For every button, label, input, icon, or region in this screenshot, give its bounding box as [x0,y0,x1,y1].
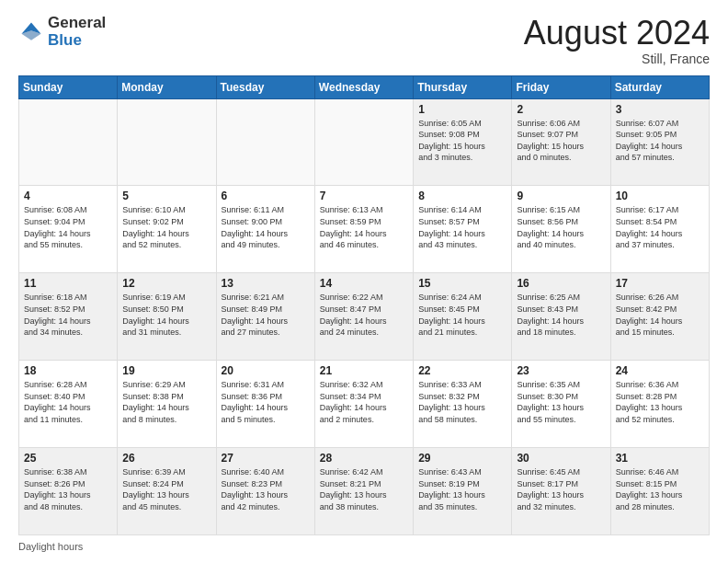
day-cell-2: 2Sunrise: 6:06 AM Sunset: 9:07 PM Daylig… [512,98,610,186]
day-cell-5: 5Sunrise: 6:10 AM Sunset: 9:02 PM Daylig… [118,186,216,273]
empty-cell [216,98,314,186]
day-number: 31 [616,452,704,465]
day-number: 10 [616,190,704,202]
day-cell-13: 13Sunrise: 6:21 AM Sunset: 8:49 PM Dayli… [216,273,314,361]
day-cell-22: 22Sunrise: 6:33 AM Sunset: 8:32 PM Dayli… [414,361,512,448]
col-header-thursday: Thursday [414,75,512,98]
footer: Daylight hours [18,541,710,552]
logo-text: General Blue [48,15,106,49]
day-info: Sunrise: 6:39 AM Sunset: 8:24 PM Dayligh… [122,466,210,512]
day-number: 5 [122,190,210,202]
day-info: Sunrise: 6:35 AM Sunset: 8:30 PM Dayligh… [517,379,605,425]
day-cell-20: 20Sunrise: 6:31 AM Sunset: 8:36 PM Dayli… [216,361,314,448]
day-info: Sunrise: 6:08 AM Sunset: 9:04 PM Dayligh… [24,204,112,250]
day-cell-4: 4Sunrise: 6:08 AM Sunset: 9:04 PM Daylig… [19,186,118,273]
day-number: 2 [517,103,605,116]
day-cell-24: 24Sunrise: 6:36 AM Sunset: 8:28 PM Dayli… [610,361,709,448]
col-header-friday: Friday [512,75,610,98]
day-number: 17 [616,277,704,290]
day-cell-26: 26Sunrise: 6:39 AM Sunset: 8:24 PM Dayli… [118,448,216,535]
day-number: 9 [517,190,605,202]
day-cell-8: 8Sunrise: 6:14 AM Sunset: 8:57 PM Daylig… [414,186,512,273]
empty-cell [314,98,413,186]
day-info: Sunrise: 6:28 AM Sunset: 8:40 PM Dayligh… [24,379,112,425]
day-info: Sunrise: 6:31 AM Sunset: 8:36 PM Dayligh… [222,379,310,425]
day-info: Sunrise: 6:24 AM Sunset: 8:45 PM Dayligh… [418,292,506,338]
empty-cell [118,98,216,186]
day-cell-3: 3Sunrise: 6:07 AM Sunset: 9:05 PM Daylig… [610,98,709,186]
day-info: Sunrise: 6:19 AM Sunset: 8:50 PM Dayligh… [122,292,210,338]
day-header-row: SundayMondayTuesdayWednesdayThursdayFrid… [19,75,710,98]
day-info: Sunrise: 6:25 AM Sunset: 8:43 PM Dayligh… [517,292,605,338]
day-number: 8 [418,190,506,202]
day-number: 26 [122,452,210,465]
day-number: 14 [320,277,408,290]
day-number: 13 [222,277,310,290]
day-cell-9: 9Sunrise: 6:15 AM Sunset: 8:56 PM Daylig… [512,186,610,273]
day-cell-21: 21Sunrise: 6:32 AM Sunset: 8:34 PM Dayli… [314,361,413,448]
header: General Blue August 2024 Still, France [18,15,710,66]
day-number: 12 [122,277,210,290]
col-header-wednesday: Wednesday [314,75,413,98]
week-row-4: 18Sunrise: 6:28 AM Sunset: 8:40 PM Dayli… [19,361,710,448]
day-cell-18: 18Sunrise: 6:28 AM Sunset: 8:40 PM Dayli… [19,361,118,448]
day-number: 16 [517,277,605,290]
day-info: Sunrise: 6:11 AM Sunset: 9:00 PM Dayligh… [222,204,310,250]
day-cell-11: 11Sunrise: 6:18 AM Sunset: 8:52 PM Dayli… [19,273,118,361]
day-number: 30 [517,452,605,465]
title-block: August 2024 Still, France [524,15,710,66]
week-row-1: 1Sunrise: 6:05 AM Sunset: 9:08 PM Daylig… [19,98,710,186]
day-number: 6 [222,190,310,202]
day-cell-23: 23Sunrise: 6:35 AM Sunset: 8:30 PM Dayli… [512,361,610,448]
day-cell-25: 25Sunrise: 6:38 AM Sunset: 8:26 PM Dayli… [19,448,118,535]
day-number: 4 [24,190,112,202]
day-cell-29: 29Sunrise: 6:43 AM Sunset: 8:19 PM Dayli… [414,448,512,535]
week-row-5: 25Sunrise: 6:38 AM Sunset: 8:26 PM Dayli… [19,448,710,535]
day-cell-6: 6Sunrise: 6:11 AM Sunset: 9:00 PM Daylig… [216,186,314,273]
week-row-2: 4Sunrise: 6:08 AM Sunset: 9:04 PM Daylig… [19,186,710,273]
col-header-sunday: Sunday [19,75,118,98]
day-cell-15: 15Sunrise: 6:24 AM Sunset: 8:45 PM Dayli… [414,273,512,361]
col-header-monday: Monday [118,75,216,98]
day-info: Sunrise: 6:29 AM Sunset: 8:38 PM Dayligh… [122,379,210,425]
day-cell-31: 31Sunrise: 6:46 AM Sunset: 8:15 PM Dayli… [610,448,709,535]
day-number: 19 [122,364,210,377]
logo-general: General [48,15,106,32]
logo-blue: Blue [48,32,106,50]
day-info: Sunrise: 6:22 AM Sunset: 8:47 PM Dayligh… [320,292,408,338]
day-number: 21 [320,364,408,377]
day-cell-7: 7Sunrise: 6:13 AM Sunset: 8:59 PM Daylig… [314,186,413,273]
day-number: 28 [320,452,408,465]
day-info: Sunrise: 6:33 AM Sunset: 8:32 PM Dayligh… [418,379,506,425]
day-cell-1: 1Sunrise: 6:05 AM Sunset: 9:08 PM Daylig… [414,98,512,186]
day-number: 18 [24,364,112,377]
day-info: Sunrise: 6:15 AM Sunset: 8:56 PM Dayligh… [517,204,605,250]
day-info: Sunrise: 6:26 AM Sunset: 8:42 PM Dayligh… [616,292,704,338]
day-cell-12: 12Sunrise: 6:19 AM Sunset: 8:50 PM Dayli… [118,273,216,361]
logo-icon [18,19,44,45]
col-header-saturday: Saturday [610,75,709,98]
day-info: Sunrise: 6:14 AM Sunset: 8:57 PM Dayligh… [418,204,506,250]
day-number: 1 [418,103,506,116]
day-info: Sunrise: 6:40 AM Sunset: 8:23 PM Dayligh… [222,466,310,512]
day-number: 3 [616,103,704,116]
location: Still, France [524,52,710,66]
day-info: Sunrise: 6:17 AM Sunset: 8:54 PM Dayligh… [616,204,704,250]
day-number: 15 [418,277,506,290]
day-cell-27: 27Sunrise: 6:40 AM Sunset: 8:23 PM Dayli… [216,448,314,535]
day-number: 20 [222,364,310,377]
day-number: 11 [24,277,112,290]
day-info: Sunrise: 6:06 AM Sunset: 9:07 PM Dayligh… [517,118,605,164]
calendar-body: 1Sunrise: 6:05 AM Sunset: 9:08 PM Daylig… [19,98,710,534]
day-number: 24 [616,364,704,377]
day-number: 23 [517,364,605,377]
day-info: Sunrise: 6:42 AM Sunset: 8:21 PM Dayligh… [320,466,408,512]
day-cell-14: 14Sunrise: 6:22 AM Sunset: 8:47 PM Dayli… [314,273,413,361]
day-cell-17: 17Sunrise: 6:26 AM Sunset: 8:42 PM Dayli… [610,273,709,361]
day-info: Sunrise: 6:32 AM Sunset: 8:34 PM Dayligh… [320,379,408,425]
empty-cell [19,98,118,186]
logo: General Blue [18,15,106,49]
day-info: Sunrise: 6:38 AM Sunset: 8:26 PM Dayligh… [24,466,112,512]
day-info: Sunrise: 6:43 AM Sunset: 8:19 PM Dayligh… [418,466,506,512]
day-info: Sunrise: 6:10 AM Sunset: 9:02 PM Dayligh… [122,204,210,250]
